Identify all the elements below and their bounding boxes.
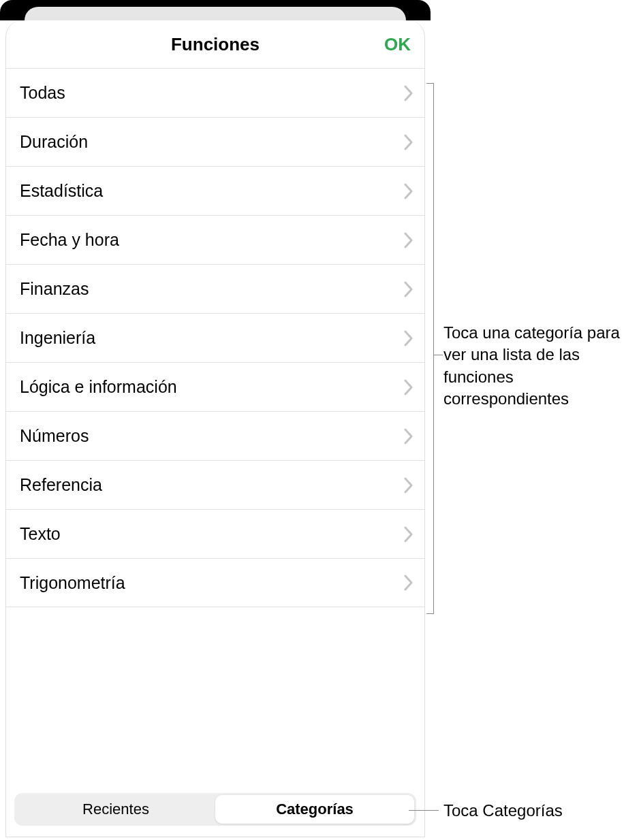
callout-bracket — [426, 83, 437, 614]
tab-recientes[interactable]: Recientes — [16, 795, 215, 824]
category-texto[interactable]: Texto — [6, 509, 424, 558]
category-label: Trigonometría — [20, 573, 125, 593]
category-label: Fecha y hora — [20, 230, 119, 250]
category-label: Referencia — [20, 475, 102, 495]
category-ingenieria[interactable]: Ingeniería — [6, 313, 424, 362]
ok-button[interactable]: OK — [384, 34, 411, 55]
category-duracion[interactable]: Duración — [6, 117, 424, 166]
category-label: Estadística — [20, 181, 103, 201]
chevron-right-icon — [404, 281, 414, 297]
segmented-control: Recientes Categorías — [14, 793, 416, 826]
category-referencia[interactable]: Referencia — [6, 460, 424, 509]
category-label: Lógica e información — [20, 377, 177, 397]
category-finanzas[interactable]: Finanzas — [6, 264, 424, 313]
category-logica-informacion[interactable]: Lógica e información — [6, 362, 424, 411]
panel-header: Funciones OK — [6, 20, 424, 68]
category-label: Todas — [20, 83, 65, 103]
tab-label: Categorías — [276, 801, 354, 818]
category-trigonometria[interactable]: Trigonometría — [6, 558, 424, 607]
category-todas[interactable]: Todas — [6, 68, 424, 117]
chevron-right-icon — [404, 379, 414, 395]
category-list: Todas Duración Estadística Fecha y hora — [6, 68, 424, 786]
chevron-right-icon — [404, 85, 414, 101]
panel-title: Funciones — [171, 34, 260, 55]
chevron-right-icon — [404, 477, 414, 494]
callout-category-list: Toca una categoría para ver una lista de… — [443, 322, 621, 410]
category-estadistica[interactable]: Estadística — [6, 166, 424, 215]
chevron-right-icon — [404, 575, 414, 591]
functions-panel: Funciones OK Todas Duración Estadística — [5, 20, 425, 837]
chevron-right-icon — [404, 134, 414, 150]
category-fecha-hora[interactable]: Fecha y hora — [6, 215, 424, 264]
tab-categorias[interactable]: Categorías — [215, 795, 414, 824]
chevron-right-icon — [404, 183, 414, 199]
category-numeros[interactable]: Números — [6, 411, 424, 460]
category-label: Números — [20, 426, 89, 446]
bottom-bar: Recientes Categorías — [6, 786, 424, 837]
callout-connector — [409, 810, 439, 811]
category-label: Duración — [20, 132, 88, 152]
category-label: Ingeniería — [20, 328, 95, 348]
category-label: Texto — [20, 524, 61, 544]
callout-tabs: Toca Categorías — [443, 800, 621, 822]
tab-label: Recientes — [82, 801, 149, 818]
chevron-right-icon — [404, 526, 414, 543]
category-label: Finanzas — [20, 279, 89, 299]
chevron-right-icon — [404, 428, 414, 445]
device-frame: Funciones OK Todas Duración Estadística — [0, 0, 431, 840]
chevron-right-icon — [404, 232, 414, 248]
chevron-right-icon — [404, 330, 414, 346]
